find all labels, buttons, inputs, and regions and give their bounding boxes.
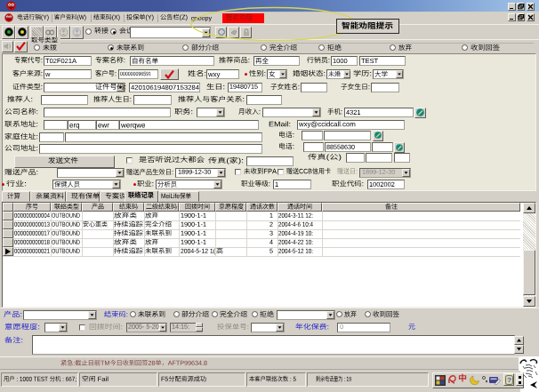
svg-text:?: ? (507, 376, 511, 384)
